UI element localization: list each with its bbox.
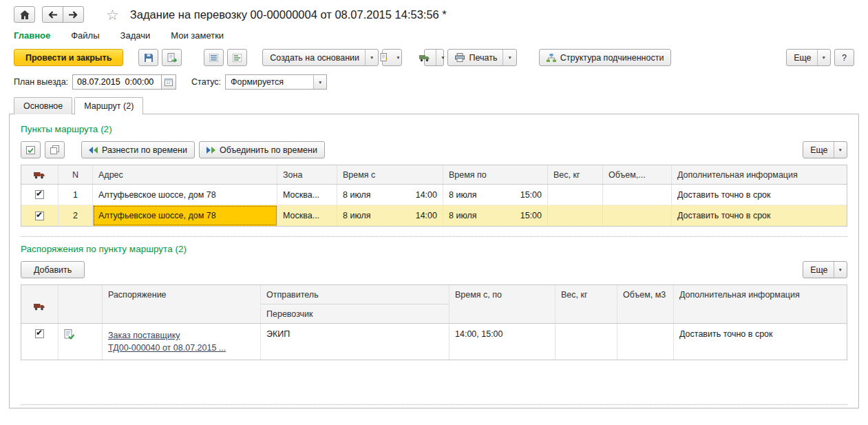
merge-by-time-button[interactable]: Объединить по времени [199,141,325,158]
row-checkbox-cell[interactable] [21,185,59,205]
favorite-star-icon[interactable]: ☆ [106,8,119,22]
info-cell[interactable]: Доставить точно в срок [674,324,847,360]
time-to-cell[interactable]: 8 июля 15:00 [443,185,548,205]
printer-icon [455,53,465,62]
menu-item-notes[interactable]: Мои заметки [171,30,224,41]
menu-item-files[interactable]: Файлы [71,30,99,41]
spread-by-time-button[interactable]: Разнести по времени [81,141,195,158]
weight-cell[interactable] [548,185,603,205]
create-on-basis-button[interactable]: Создать на основании ▼ [262,49,379,66]
select-all-rows-button[interactable] [21,141,41,158]
post-and-close-button[interactable]: Провести и закрыть [14,49,123,66]
more-button[interactable]: Еще ▼ [786,49,831,66]
topbar: ☆ Задание на перевозку 00-00000004 от 08… [0,0,868,25]
calendar-icon [165,78,173,86]
document-movements-button[interactable] [227,49,247,66]
row-checkbox[interactable] [35,190,44,199]
info-cell[interactable]: Доставить точно в срок [672,205,847,226]
route-points-more-label: Еще [810,145,827,155]
route-points-toolbar: Разнести по времени Объединить по времен… [21,141,847,158]
save-diskette-icon [144,53,154,63]
subordination-structure-label: Структура подчиненности [560,53,664,63]
route-points-title: Пункты маршрута (2) [21,124,847,134]
section-menubar: Главное Файлы Задачи Мои заметки [0,25,868,47]
volume-cell[interactable] [617,324,674,360]
route-point-row[interactable]: 1 Алтуфьевское шоссе, дом 78 Москва... 8… [21,185,847,205]
chevron-down-icon: ▼ [313,75,326,89]
merge-by-time-label: Объединить по времени [220,145,317,155]
info-cell[interactable]: Доставить точно в срок [672,185,847,205]
zone-cell[interactable]: Москва... [277,185,337,205]
menu-item-main[interactable]: Главное [14,30,50,41]
forward-button[interactable] [63,6,84,23]
weight-cell[interactable] [548,205,603,226]
back-button[interactable] [42,6,63,23]
weight-cell[interactable] [555,324,617,360]
row-checkbox[interactable] [35,211,44,220]
chevron-down-icon: ▼ [834,142,847,158]
row-checkbox-cell[interactable] [21,205,59,226]
route-points-more-button[interactable]: Еще ▼ [803,141,847,158]
route-tab-panel: Пункты маршрута (2) Разнести по времени [9,114,859,408]
column-header-carrier: Перевозчик [261,304,449,323]
subordination-structure-button[interactable]: Структура подчиненности [539,49,672,66]
order-link-line1[interactable]: Заказ поставщику [108,329,226,342]
order-row[interactable]: Заказ поставщику ТД00-000040 от 08.07.20… [21,324,847,360]
sender-cell[interactable]: ЭКИП [261,324,449,360]
section-splitter[interactable] [21,404,847,405]
zone-cell[interactable]: Москва... [277,205,337,226]
orders-header-row: Распоряжение Отправитель Перевозчик Врем… [21,285,847,324]
hierarchy-icon [547,54,556,62]
vehicle-actions-button[interactable]: ▼ [424,49,444,66]
time-from-time: 14:00 [416,190,437,200]
menu-item-tasks[interactable]: Задачи [120,30,151,41]
time-cell[interactable]: 14:00, 15:00 [449,324,555,360]
route-point-row[interactable]: 2 Алтуфьевское шоссе, дом 78 Москва... 8… [21,205,847,226]
tab-main[interactable]: Основное [14,97,72,114]
chevron-down-icon: ▼ [817,50,830,65]
plan-departure-label: План выезда: [14,77,68,87]
orders-title: Распоряжения по пункту маршрута (2) [21,244,847,254]
save-button[interactable] [138,49,158,66]
dt-kt-register-button[interactable] [204,49,224,66]
plan-departure-input[interactable] [72,74,162,90]
tab-route[interactable]: Маршрут (2) [74,97,143,114]
grid-check-icon [26,146,35,154]
spread-by-time-label: Разнести по времени [102,145,187,155]
time-from-cell[interactable]: 8 июля 14:00 [337,205,443,226]
orders-more-button[interactable]: Еще ▼ [803,261,847,278]
route-points-table: N Адрес Зона Время с Время по Вес, кг Об… [21,165,847,227]
volume-cell[interactable] [603,205,672,226]
address-cell[interactable]: Алтуфьевское шоссе, дом 78 [93,185,277,205]
home-icon [20,10,30,19]
linked-document-icon [380,53,389,62]
print-button[interactable]: Печать ▼ [447,49,516,66]
time-to-date: 8 июля [449,190,477,200]
help-button[interactable]: ? [834,49,854,66]
time-to-time: 15:00 [520,211,542,220]
add-order-button[interactable]: Добавить [21,261,85,278]
order-link-cell[interactable]: Заказ поставщику ТД00-000040 от 08.07.20… [103,324,261,360]
history-nav [42,6,84,23]
order-type-cell[interactable] [59,324,103,360]
home-button[interactable] [14,6,35,23]
column-header-sender: Отправитель [261,285,449,304]
duplicate-rows-button[interactable] [45,141,65,158]
chevron-down-icon: ▼ [365,50,378,65]
time-from-cell[interactable]: 8 июля 14:00 [337,185,443,205]
status-combobox[interactable]: Формируется ▼ [225,74,327,90]
calendar-button[interactable] [161,74,176,90]
volume-cell[interactable] [603,185,672,205]
section-splitter[interactable] [21,236,847,237]
header-fields: План выезда: Статус: Формируется ▼ [0,72,868,96]
create-linked-document-button[interactable]: ▼ [382,49,402,66]
row-checkbox[interactable] [35,329,44,338]
order-link-line2[interactable]: ТД00-000040 от 08.07.2015 ... [108,342,226,354]
n-cell[interactable]: 2 [59,205,93,226]
time-from-time: 14:00 [416,211,437,220]
n-cell[interactable]: 1 [59,185,93,205]
post-document-button[interactable] [162,49,182,66]
row-checkbox-cell[interactable] [21,324,59,360]
address-cell[interactable]: Алтуфьевское шоссе, дом 78 [93,205,277,226]
time-to-cell[interactable]: 8 июля 15:00 [443,205,548,226]
